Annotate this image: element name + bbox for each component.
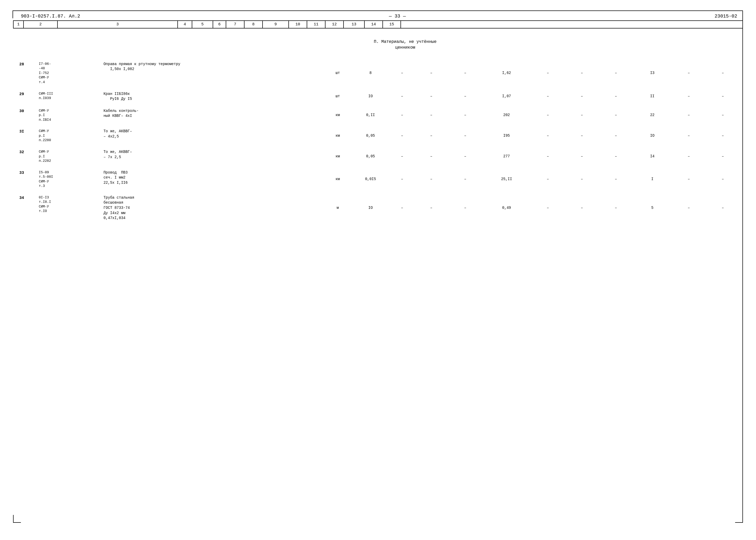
table-row: 340I-I3 т.I8.I СИМ-У т.IOТруба стальная … [18,195,740,221]
row-col-6: – [390,91,414,102]
row-col-15: – [706,149,740,164]
row-col-15: – [706,170,740,189]
row-col-12: – [599,195,633,221]
corner-bl [13,515,21,523]
row-col-15: – [706,195,740,221]
row-num: 32 [18,149,38,164]
table-row: 29СИМ-III п.I039Кран IIБI86к РуI6 Ду I5ш… [18,91,740,102]
row-code: СИМ-У р.I п.2280 [38,128,101,143]
section-heading-line2: ценником [70,45,740,51]
row-num: 29 [18,91,38,102]
row-num: 30 [18,108,38,123]
row-col-15: – [706,128,740,143]
row-col-11: – [565,170,599,189]
row-col-14: – [672,149,705,164]
col-header-10: 10 [289,21,307,28]
row-description: Оправа прямая к ртутному термометру I,50… [101,61,324,85]
row-qty: 0,II [351,108,390,123]
page-wrapper: 903-I-0257.I.87. Ал.2 — 33 — 23015-02 1 … [13,10,743,523]
row-col-8: – [448,61,482,85]
row-col-11: – [565,128,599,143]
row-code: СИМ-У р.I п.IBI4 [38,108,101,123]
row-col-10: – [531,128,565,143]
row-unit: шт [324,91,351,102]
row-col-12: – [599,61,633,85]
row-col-11: – [565,195,599,221]
row-description: Кран IIБI86к РуI6 Ду I5 [101,91,324,102]
row-col-12: – [599,91,633,102]
header-right: 23015-02 [715,14,737,19]
row-col-9: 25,II [482,170,531,189]
row-col-9: 202 [482,108,531,123]
row-col-6: – [390,149,414,164]
row-col-7: – [414,61,448,85]
row-unit: км [324,170,351,189]
row-col-14: – [672,61,705,85]
row-col-13: IO [633,128,672,143]
row-code: 0I-I3 т.I8.I СИМ-У т.IO [38,195,101,221]
table-row: 33I5-09 т.5-00I СИМ-У т.3Провод ПВ3 сеч.… [18,170,740,189]
row-col-6: – [390,108,414,123]
row-col-8: – [448,149,482,164]
row-col-7: – [414,170,448,189]
col-header-8: 8 [244,21,263,28]
table-row: 30СИМ-У р.I п.IBI4Кабель контроль- ный К… [18,108,740,123]
row-col-12: – [599,170,633,189]
row-col-12: – [599,149,633,164]
row-unit: км [324,149,351,164]
row-col-10: – [531,108,565,123]
row-col-8: – [448,195,482,221]
row-description: Провод ПВ3 сеч. I мм2 22,5х I,II6 [101,170,324,189]
row-col-9: I,07 [482,91,531,102]
row-col-10: – [531,195,565,221]
row-col-7: – [414,91,448,102]
row-code: СИМ-III п.I039 [38,91,101,102]
row-description: Кабель контроль- ный КВВГ– 4хI [101,108,324,123]
row-code: I5-09 т.5-00I СИМ-У т.3 [38,170,101,189]
row-qty: 0,05 [351,149,390,164]
row-col-12: – [599,108,633,123]
row-num: 28 [18,61,38,85]
page-header: 903-I-0257.I.87. Ал.2 — 33 — 23015-02 [13,11,742,20]
col-header-4: 4 [178,21,192,28]
row-description: Труба стальная бесшовная ГОСТ 8733-74 Ду… [101,195,324,221]
row-col-7: – [414,149,448,164]
row-code: I7-06- -48 I-752 СИМ-У т.4 [38,61,101,85]
column-headers: 1 2 3 4 5 6 7 8 9 10 11 12 13 14 15 [13,20,742,29]
row-col-8: – [448,170,482,189]
row-col-6: – [390,61,414,85]
row-col-14: – [672,91,705,102]
row-col-10: – [531,170,565,189]
row-col-9: 277 [482,149,531,164]
corner-tl [13,10,20,18]
row-col-6: – [390,170,414,189]
col-header-3: 3 [57,21,178,28]
row-qty: 0,05 [351,128,390,143]
row-qty: IO [351,91,390,102]
content-area: П. Материалы, не учтённые ценником 28I7-… [13,29,742,227]
data-table: 28I7-06- -48 I-752 СИМ-У т.4Оправа пряма… [18,59,740,221]
row-qty: 0,0I5 [351,170,390,189]
table-row: 28I7-06- -48 I-752 СИМ-У т.4Оправа пряма… [18,61,740,85]
row-col-13: II [633,91,672,102]
row-num: 3I [18,128,38,143]
row-col-14: – [672,128,705,143]
row-description: То же, АКВВГ– – 4х2,5 [101,128,324,143]
row-col-15: – [706,91,740,102]
table-row: 3IСИМ-У р.I п.2280То же, АКВВГ– – 4х2,5к… [18,128,740,143]
col-header-6: 6 [213,21,226,28]
row-col-14: – [672,195,705,221]
row-col-15: – [706,61,740,85]
row-col-11: – [565,149,599,164]
section-heading: П. Материалы, не учтённые ценником [70,39,740,51]
col-header-5: 5 [192,21,213,28]
col-header-15: 15 [383,21,401,28]
row-col-9: I,62 [482,61,531,85]
row-description: То же, АКВВГ– – 7х 2,5 [101,149,324,164]
row-num: 34 [18,195,38,221]
row-col-12: – [599,128,633,143]
table-row: 32СИМ-У р.I п.2282То же, АКВВГ– – 7х 2,5… [18,149,740,164]
row-qty: IO [351,195,390,221]
row-col-6: – [390,128,414,143]
row-col-15: – [706,108,740,123]
